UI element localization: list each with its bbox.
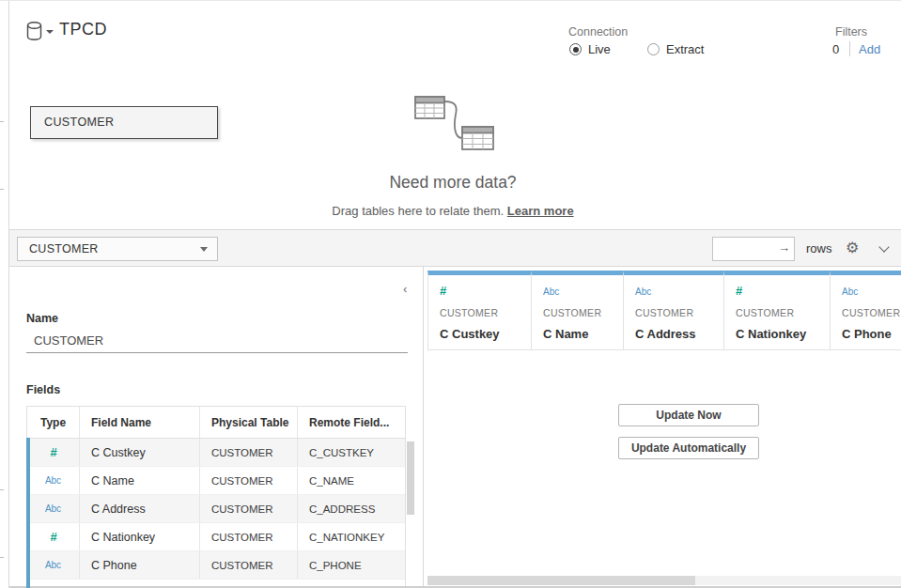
grid-column-header[interactable]: Abc CUSTOMER C Phone [831,271,901,349]
database-icon[interactable] [26,22,42,45]
resize-grip [0,121,4,122]
grid-column-header[interactable]: Abc CUSTOMER C Address [624,271,724,349]
horizontal-scrollbar-thumb[interactable] [427,576,695,585]
radio-extract-label: Extract [666,42,704,56]
rows-count-input[interactable] [712,237,795,261]
string-type-icon: Abc [635,286,651,297]
col-header-physical-table[interactable]: Physical Table [200,407,298,438]
col-header-field-name[interactable]: Field Name [80,407,200,438]
divider [849,41,850,56]
fields-label: Fields [26,383,60,396]
dropdown-caret-icon [200,247,208,252]
grid-col-field[interactable]: C Custkey [440,327,531,341]
remote-field-cell: C_ADDRESS [298,495,405,522]
grid-col-field[interactable]: C Nationkey [736,327,830,341]
grid-col-field[interactable]: C Phone [842,327,901,341]
empty-state-title: Need more data? [230,173,676,193]
resize-grip [0,189,4,190]
physical-table-cell: CUSTOMER [200,467,298,494]
grid-col-field[interactable]: C Address [635,327,723,341]
table-name-field[interactable]: CUSTOMER [26,329,408,353]
string-type-icon: Abc [842,286,858,297]
fields-table: Type Field Name Physical Table Remote Fi… [26,406,406,588]
horizontal-scrollbar-track[interactable] [427,576,901,585]
number-type-icon: # [440,284,445,298]
empty-state-subtitle: Drag tables here to relate them. Learn m… [183,204,722,218]
chevron-down-icon[interactable] [880,243,889,252]
grid-col-table: CUSTOMER [440,307,531,318]
table-row[interactable]: # C Nationkey CUSTOMER C_NATIONKEY [27,523,405,551]
database-menu-caret-icon[interactable] [46,30,54,34]
logical-table-customer[interactable]: CUSTOMER [30,106,218,139]
field-name-cell[interactable]: C Name [80,467,200,494]
grid-col-table: CUSTOMER [635,307,723,318]
resize-grip [0,557,4,558]
related-tables-illustration-icon [412,91,505,157]
metadata-panel: ‹ Name CUSTOMER Fields Type Field Name P… [9,267,424,588]
field-name-cell[interactable]: C Phone [80,551,200,579]
data-grid: # CUSTOMER C Custkey Abc CUSTOMER C Name… [424,267,901,588]
col-header-type[interactable]: Type [27,407,80,438]
grid-col-field[interactable]: C Name [543,327,623,341]
number-type-icon: # [736,284,741,298]
learn-more-link[interactable]: Learn more [507,204,574,218]
filters-add-link[interactable]: Add [859,42,880,56]
resize-grip [0,489,4,490]
selected-rows-accent [26,438,30,588]
remote-field-cell: C_PHONE [298,551,405,579]
datagrid-toolbar: CUSTOMER → rows ⚙ [9,229,901,267]
table-row[interactable]: Abc C Phone CUSTOMER C_PHONE [27,551,405,580]
datasource-title[interactable]: TPCD [59,20,107,39]
string-type-icon[interactable]: Abc [45,475,61,486]
fields-table-header: Type Field Name Physical Table Remote Fi… [27,407,405,439]
grid-column-header[interactable]: # CUSTOMER C Custkey [427,271,532,349]
radio-extract[interactable]: Extract [647,42,704,56]
field-name-cell[interactable]: C Custkey [80,439,200,466]
vertical-scrollbar[interactable] [407,441,414,515]
update-now-button[interactable]: Update Now [618,404,759,426]
filters-count: 0 [832,42,839,56]
rows-label: rows [806,241,831,255]
table-selector-value: CUSTOMER [29,242,99,255]
name-label: Name [26,312,58,325]
field-name-cell[interactable]: C Address [80,495,200,522]
number-type-icon[interactable]: # [50,445,55,459]
remote-field-cell: C_CUSTKEY [298,439,405,466]
remote-field-cell: C_NATIONKEY [298,523,405,550]
empty-state-text: Drag tables here to relate them. [332,204,504,218]
string-type-icon[interactable]: Abc [45,503,61,514]
grid-column-header[interactable]: Abc CUSTOMER C Name [532,271,624,349]
physical-table-cell: CUSTOMER [200,439,298,466]
update-automatically-button[interactable]: Update Automatically [618,437,759,459]
filters-label: Filters [835,25,867,39]
radio-unselected-icon[interactable] [647,43,660,55]
table-selector-dropdown[interactable]: CUSTOMER [17,237,218,261]
table-row[interactable]: # C Custkey CUSTOMER C_CUSTKEY [27,439,405,467]
radio-live-label: Live [588,42,611,56]
grid-col-table: CUSTOMER [842,307,901,318]
collapse-panel-icon[interactable]: ‹ [403,282,407,296]
number-type-icon[interactable]: # [50,530,55,544]
connection-label: Connection [568,25,628,39]
string-type-icon: Abc [543,286,559,297]
radio-selected-icon[interactable] [569,43,582,55]
grid-col-table: CUSTOMER [543,307,623,318]
col-header-remote-field[interactable]: Remote Field... [298,407,405,438]
divider [427,349,901,350]
grid-column-header[interactable]: # CUSTOMER C Nationkey [724,271,831,349]
physical-table-cell: CUSTOMER [200,495,298,522]
grid-col-table: CUSTOMER [736,307,830,318]
gear-icon[interactable]: ⚙ [846,239,859,256]
collapsed-left-pane[interactable] [0,1,9,588]
string-type-icon[interactable]: Abc [45,560,61,570]
radio-live[interactable]: Live [569,42,611,56]
physical-table-cell: CUSTOMER [200,523,298,550]
table-row[interactable]: Abc C Name CUSTOMER C_NAME [27,467,405,495]
physical-table-cell: CUSTOMER [200,551,298,579]
remote-field-cell: C_NAME [298,467,405,494]
field-name-cell[interactable]: C Nationkey [80,523,200,550]
table-row[interactable]: Abc C Address CUSTOMER C_ADDRESS [27,495,405,523]
